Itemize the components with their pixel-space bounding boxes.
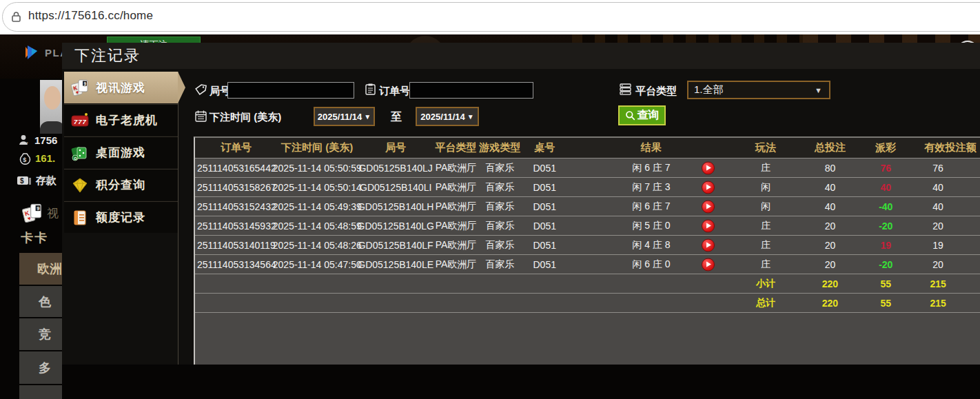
cell-result: 闲 5 庄 0 <box>567 216 735 235</box>
cell-valid-bet: 76 <box>908 158 980 177</box>
table-row: 251114053134564 2025-11-14 05:47:50 GD05… <box>195 255 980 274</box>
sidebar-item-credit-records[interactable]: 额度记录 <box>64 201 178 233</box>
clipboard-icon <box>364 83 377 96</box>
round-no-input[interactable] <box>227 82 354 99</box>
play-icon <box>706 223 711 229</box>
cell-play: 庄 <box>735 236 797 254</box>
col-header: 结果 <box>567 138 735 158</box>
avatar-torso <box>40 121 65 134</box>
subtotal-payout: 55 <box>864 274 908 293</box>
cell-table: D051 <box>522 216 567 235</box>
play-video-button[interactable] <box>702 161 715 174</box>
table-row: 251114053145932 2025-11-14 05:48:59 GD05… <box>195 216 980 236</box>
col-header: 局号 <box>358 138 434 158</box>
bg-menu-item-3: 竞 <box>19 318 62 350</box>
avatar <box>40 80 65 134</box>
svg-text:O: O <box>74 156 77 160</box>
sidebar-item-video-games[interactable]: K ♥ 9 视讯游戏 <box>64 72 178 103</box>
result-text: 闲 6 庄 7 <box>632 162 670 174</box>
sidebar-item-slots[interactable]: 777 电子老虎机 <box>64 104 178 136</box>
table-header-row: 订单号 下注时间 (美东) 局号 平台类型 游戏类型 桌号 结果 玩法 总投注 … <box>195 138 980 158</box>
calendar-icon <box>194 110 207 123</box>
cell-total-bet: 40 <box>797 178 864 196</box>
to-label: 至 <box>391 110 402 125</box>
dollar-badge-icon: $ <box>17 176 32 187</box>
cell-order: 251114053134564 <box>195 255 277 274</box>
col-header: 桌号 <box>522 138 567 158</box>
play-video-button[interactable] <box>702 238 715 252</box>
platform-type-label: 平台类型 <box>635 85 677 98</box>
cell-table: D051 <box>522 197 567 216</box>
cell-payout: 76 <box>864 158 908 177</box>
cell-table: D051 <box>522 255 567 274</box>
play-video-button[interactable] <box>702 181 715 194</box>
svg-text:$: $ <box>23 156 26 163</box>
col-header: 下注时间 (美东) <box>277 138 358 158</box>
url-text: https://175616.cc/home <box>28 9 153 23</box>
col-header: 有效投注额 <box>908 138 980 158</box>
play-video-button[interactable] <box>702 258 715 271</box>
sidebar-item-table-games[interactable]: O 桌面游戏 <box>64 136 178 168</box>
cell-play: 闲 <box>735 178 797 196</box>
avatar-face <box>44 86 61 110</box>
cell-order: 251114053145932 <box>195 216 277 235</box>
result-text: 闲 5 庄 0 <box>632 220 670 232</box>
cell-order: 251114053152432 <box>195 197 277 216</box>
cell-play: 庄 <box>735 255 797 274</box>
col-header: 平台类型 <box>433 138 478 158</box>
cell-platform: PA欧洲厅 <box>434 197 478 216</box>
grand-total-payout: 55 <box>864 294 908 312</box>
date-from-picker[interactable]: 2025/11/14 ▼ <box>314 107 375 126</box>
tag-icon <box>194 83 207 96</box>
cell-play: 闲 <box>735 197 797 216</box>
cell-valid-bet: 40 <box>908 178 980 196</box>
cell-platform: PA欧洲厅 <box>434 255 478 274</box>
cell-result: 闲 4 庄 8 <box>567 236 735 254</box>
play-icon <box>706 204 711 209</box>
svg-text:9: 9 <box>37 205 39 212</box>
search-button-label: 查询 <box>637 108 660 123</box>
order-no-input[interactable] <box>409 82 533 99</box>
result-text: 闲 6 庄 0 <box>632 258 670 271</box>
video-games-label: 视 <box>47 205 59 221</box>
table-row: 251114053152432 2025-11-14 05:49:39 GD05… <box>195 197 980 216</box>
cell-time: 2025-11-14 05:50:59 <box>277 158 358 177</box>
play-video-button[interactable] <box>702 200 715 213</box>
play-video-button[interactable] <box>702 219 715 232</box>
bg-menu-item-partial <box>19 385 62 399</box>
table-games-icon: O <box>71 144 89 162</box>
cell-game: 百家乐 <box>478 255 522 274</box>
cell-game: 百家乐 <box>478 158 522 177</box>
sidebar-item-label: 积分查询 <box>96 177 145 193</box>
cell-valid-bet: 20 <box>908 216 980 235</box>
bg-menu-item-4: 多 <box>19 351 62 384</box>
result-text: 闲 7 庄 3 <box>632 181 670 194</box>
cell-round: GD05125B140LJ <box>358 158 434 177</box>
cell-table: D051 <box>522 158 567 177</box>
cell-round: GD05125B140LI <box>358 178 434 196</box>
dialog-title: 下注记录 <box>62 43 980 69</box>
bg-menu-item-europe: 欧洲 <box>19 253 62 285</box>
cell-payout: -20 <box>864 255 908 274</box>
cell-game: 百家乐 <box>478 178 522 196</box>
cell-time: 2025-11-14 05:48:26 <box>277 236 358 254</box>
sidebar-item-label: 电子老虎机 <box>96 112 158 128</box>
search-button[interactable]: 查询 <box>618 105 666 125</box>
play-icon <box>706 185 711 190</box>
cell-result: 闲 6 庄 7 <box>567 197 735 216</box>
platform-type-select[interactable]: 1.全部 ▼ <box>687 81 830 99</box>
browser-address-bar[interactable]: https://175616.cc/home <box>0 0 980 34</box>
person-icon: * <box>18 134 30 146</box>
cell-result: 闲 6 庄 0 <box>567 255 735 274</box>
playace-logo-icon <box>23 44 40 61</box>
subtotal-label: 小计 <box>735 274 797 293</box>
table-empty-area <box>195 313 980 365</box>
sidebar-item-points-query[interactable]: 积分查询 <box>64 169 178 201</box>
cell-platform: PA欧洲厅 <box>434 178 478 196</box>
col-header: 总投注 <box>797 138 864 158</box>
table-row: 251114053165442 2025-11-14 05:50:59 GD05… <box>195 158 980 178</box>
date-to-picker[interactable]: 2025/11/14 ▼ <box>416 107 479 126</box>
app-root: https://175616.cc/home PLAY∆CE 请下注 14 JA… <box>0 0 980 399</box>
cards-icon: K ♥ 9 <box>71 79 89 96</box>
bg-card-label: 卡卡 <box>21 229 48 246</box>
